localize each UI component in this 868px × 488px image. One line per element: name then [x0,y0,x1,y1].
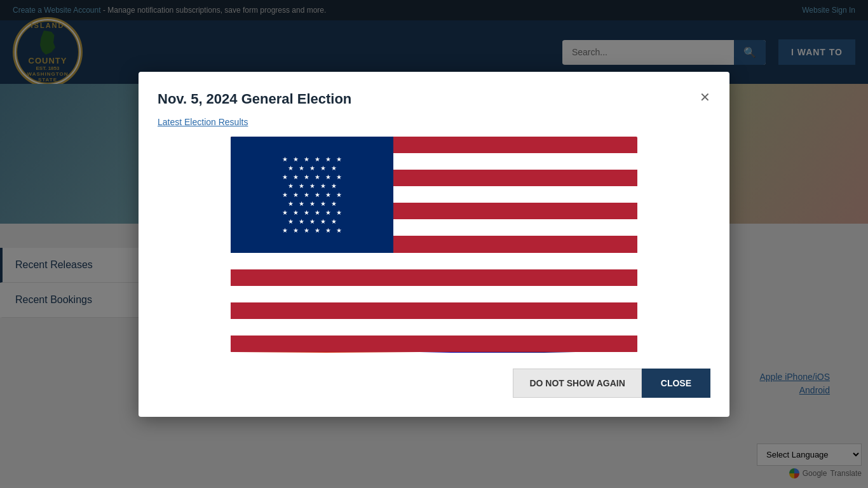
stars-row-8: ★ ★ ★ ★ ★ [288,218,337,225]
star: ★ [309,218,315,225]
star: ★ [309,165,315,172]
flag-stripe-8 [231,253,637,269]
star: ★ [304,227,309,234]
star: ★ [325,191,331,198]
flag-stripe-12 [231,319,637,336]
star: ★ [304,173,309,180]
star: ★ [282,191,288,198]
star: ★ [304,209,309,216]
star: ★ [325,173,331,180]
modal-footer: DO NOT SHOW AGAIN CLOSE [158,369,710,398]
star: ★ [288,165,294,172]
modal-close-x-button[interactable]: ✕ [700,91,710,104]
star: ★ [331,218,337,225]
star: ★ [282,209,288,216]
flag-stripe-11 [231,302,637,319]
star: ★ [336,156,342,163]
star: ★ [299,200,304,207]
do-not-show-button[interactable]: DO NOT SHOW AGAIN [513,369,641,398]
flag-stripe-9 [231,269,637,286]
star: ★ [320,182,326,189]
star: ★ [325,227,331,234]
star: ★ [293,156,299,163]
star: ★ [315,209,320,216]
flag-stars-area: ★ ★ ★ ★ ★ ★ ★ ★ ★ ★ ★ [231,137,393,253]
star: ★ [299,165,304,172]
flag-union: ★ ★ ★ ★ ★ ★ ★ ★ ★ ★ ★ [231,137,393,253]
stars-row-4: ★ ★ ★ ★ ★ [288,182,337,189]
star: ★ [309,200,315,207]
star: ★ [293,173,299,180]
stars-row-9: ★ ★ ★ ★ ★ ★ [282,227,342,234]
stars-row-1: ★ ★ ★ ★ ★ ★ [282,156,342,163]
star: ★ [325,209,331,216]
star: ★ [293,191,299,198]
star: ★ [315,173,320,180]
close-button[interactable]: CLOSE [642,369,710,398]
modal-title: Nov. 5, 2024 General Election [158,91,351,107]
stars-row-2: ★ ★ ★ ★ ★ [288,165,337,172]
star: ★ [315,156,320,163]
stars-row-3: ★ ★ ★ ★ ★ ★ [282,173,342,180]
star: ★ [293,209,299,216]
star: ★ [331,182,337,189]
star: ★ [336,191,342,198]
star: ★ [293,227,299,234]
modal-header: Nov. 5, 2024 General Election ✕ [158,91,710,107]
flag-stripe-13 [231,336,637,352]
star: ★ [282,227,288,234]
star: ★ [288,218,294,225]
star: ★ [320,218,326,225]
star: ★ [315,227,320,234]
star: ★ [336,173,342,180]
star: ★ [299,182,304,189]
star: ★ [336,227,342,234]
star: ★ [320,200,326,207]
star: ★ [299,218,304,225]
star: ★ [304,156,309,163]
star: ★ [325,156,331,163]
modal: Nov. 5, 2024 General Election ✕ Latest E… [139,72,729,417]
stars-row-6: ★ ★ ★ ★ ★ [288,200,337,207]
flag-stripe-10 [231,286,637,302]
modal-overlay[interactable]: Nov. 5, 2024 General Election ✕ Latest E… [0,0,868,488]
modal-flag-image: ★ ★ ★ ★ ★ ★ ★ ★ ★ ★ ★ [231,137,637,353]
star: ★ [282,173,288,180]
star: ★ [331,165,337,172]
star: ★ [331,200,337,207]
stars-row-5: ★ ★ ★ ★ ★ ★ [282,191,342,198]
modal-election-results-link[interactable]: Latest Election Results [158,117,710,127]
star: ★ [304,191,309,198]
flag-container: ★ ★ ★ ★ ★ ★ ★ ★ ★ ★ ★ [231,137,637,353]
star: ★ [320,165,326,172]
star: ★ [315,191,320,198]
star: ★ [282,156,288,163]
star: ★ [309,182,315,189]
star: ★ [288,182,294,189]
stars-row-7: ★ ★ ★ ★ ★ ★ [282,209,342,216]
star: ★ [288,200,294,207]
star: ★ [336,209,342,216]
